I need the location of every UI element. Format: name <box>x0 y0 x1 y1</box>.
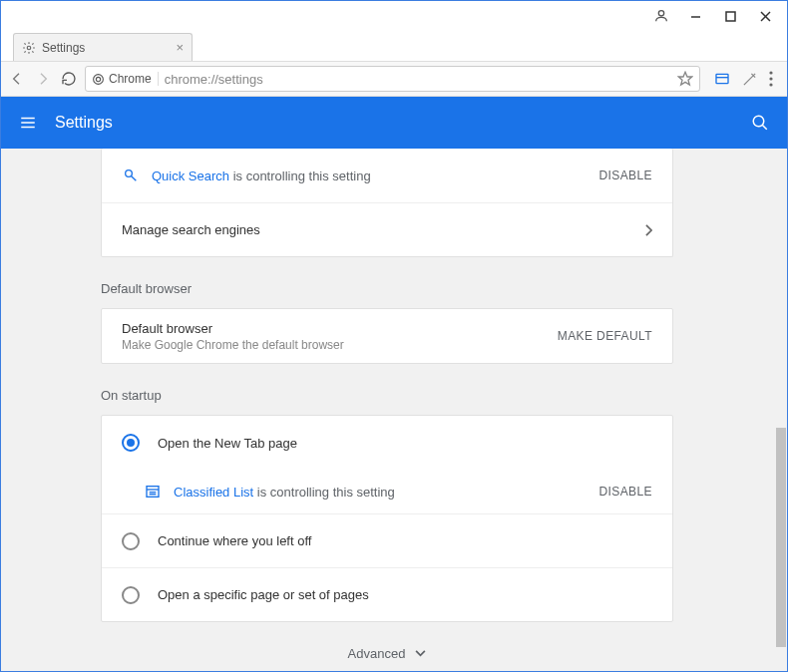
tab-close-icon[interactable]: × <box>176 40 184 55</box>
quick-search-link[interactable]: Quick Search <box>152 168 229 183</box>
tab-settings[interactable]: Settings × <box>13 33 193 61</box>
extension-icon[interactable] <box>742 72 757 87</box>
svg-rect-9 <box>716 74 728 83</box>
default-browser-row: Default browser Make Google Chrome the d… <box>102 309 672 363</box>
on-startup-section-label: On startup <box>101 388 673 403</box>
radio-icon <box>122 532 140 550</box>
back-button[interactable] <box>9 71 25 87</box>
disable-button[interactable]: DISABLE <box>599 168 653 182</box>
svg-point-0 <box>658 11 663 16</box>
hamburger-icon[interactable] <box>19 114 37 132</box>
reload-button[interactable] <box>61 71 77 87</box>
controller-text: Quick Search is controlling this setting <box>152 168 371 183</box>
search-engine-controller-row: Quick Search is controlling this setting… <box>102 149 672 202</box>
advanced-label: Advanced <box>348 646 406 661</box>
url-text: chrome://settings <box>165 72 263 87</box>
svg-line-18 <box>762 125 767 130</box>
close-button[interactable] <box>748 2 783 30</box>
chevron-down-icon <box>415 650 426 657</box>
default-browser-section-label: Default browser <box>101 281 673 296</box>
make-default-button[interactable]: MAKE DEFAULT <box>558 329 652 343</box>
quick-search-icon <box>122 168 140 183</box>
tab-strip: Settings × <box>1 31 787 61</box>
svg-line-20 <box>132 176 137 181</box>
startup-option-specific[interactable]: Open a specific page or set of pages <box>102 567 672 621</box>
default-browser-title: Default browser <box>122 321 344 336</box>
scrollbar[interactable] <box>773 149 787 671</box>
classified-list-icon <box>144 484 162 500</box>
forward-button[interactable] <box>35 71 51 87</box>
search-engine-card: Quick Search is controlling this setting… <box>101 149 673 257</box>
tab-title: Settings <box>42 41 85 55</box>
startup-option-continue[interactable]: Continue where you left off <box>102 513 672 567</box>
startup-controller-row: Classified List is controlling this sett… <box>102 470 672 513</box>
classified-list-link[interactable]: Classified List <box>174 485 253 500</box>
svg-point-7 <box>96 77 100 81</box>
radio-icon <box>122 586 140 604</box>
svg-marker-8 <box>678 72 691 85</box>
startup-option-label: Open the New Tab page <box>158 436 297 451</box>
chevron-right-icon <box>645 224 652 236</box>
omnibox[interactable]: Chrome chrome://settings <box>85 66 700 92</box>
svg-point-13 <box>769 83 772 86</box>
toolbar: Chrome chrome://settings <box>1 61 787 97</box>
user-profile-icon[interactable] <box>643 2 678 30</box>
minimize-button[interactable] <box>678 2 713 30</box>
window-titlebar <box>1 1 787 31</box>
menu-icon[interactable] <box>769 71 773 87</box>
maximize-button[interactable] <box>713 2 748 30</box>
startup-option-label: Open a specific page or set of pages <box>158 587 369 602</box>
on-startup-card: Open the New Tab page Classified List is… <box>101 415 673 622</box>
default-browser-sub: Make Google Chrome the default browser <box>122 338 344 352</box>
url-scheme-chip: Chrome <box>92 72 159 86</box>
settings-header: Settings <box>1 97 787 149</box>
svg-point-11 <box>769 71 772 74</box>
svg-point-5 <box>27 46 31 50</box>
startup-option-new-tab[interactable]: Open the New Tab page <box>102 416 672 470</box>
startup-option-label: Continue where you left off <box>158 533 311 548</box>
svg-point-6 <box>94 74 104 84</box>
star-icon[interactable] <box>677 71 693 87</box>
panel-icon[interactable] <box>714 71 730 87</box>
manage-search-engines-label: Manage search engines <box>122 222 260 237</box>
radio-icon <box>122 434 140 452</box>
content-viewport: Quick Search is controlling this setting… <box>1 149 787 671</box>
svg-rect-2 <box>726 12 735 21</box>
search-icon[interactable] <box>751 114 769 132</box>
gear-icon <box>22 41 36 55</box>
manage-search-engines-row[interactable]: Manage search engines <box>102 202 672 256</box>
scrollbar-thumb[interactable] <box>776 428 786 647</box>
controller-text: Classified List is controlling this sett… <box>174 485 395 500</box>
default-browser-card: Default browser Make Google Chrome the d… <box>101 308 673 364</box>
disable-button[interactable]: DISABLE <box>599 485 653 499</box>
page-title: Settings <box>55 114 113 132</box>
svg-point-12 <box>769 77 772 80</box>
svg-point-19 <box>126 170 133 177</box>
advanced-toggle[interactable]: Advanced <box>1 622 773 671</box>
svg-point-17 <box>753 116 764 127</box>
